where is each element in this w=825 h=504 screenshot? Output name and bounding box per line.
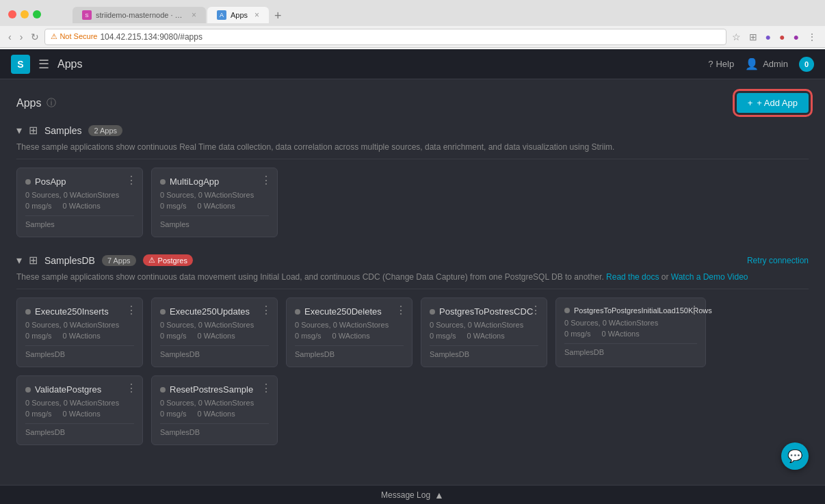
status-dot-resetpostgres — [160, 387, 166, 393]
section-icon-samplesdb: ⊞ — [29, 254, 38, 267]
section-icon-samples: ⊞ — [29, 124, 38, 137]
more-button[interactable]: ● — [791, 30, 802, 44]
app-card-postgresinitialload[interactable]: ⋮ PostgresToPostgresInitialLoad150KRows … — [555, 297, 706, 367]
admin-button[interactable]: 👤 Admin — [745, 57, 788, 70]
menu-button[interactable]: ● — [776, 30, 787, 44]
card-menu-execute250inserts[interactable]: ⋮ — [126, 304, 137, 317]
info-icon[interactable]: ⓘ — [47, 97, 56, 109]
status-dot-validatepostgres — [25, 387, 31, 393]
card-menu-postgrescdc[interactable]: ⋮ — [530, 304, 541, 317]
card-msgs-posapp: 0 msg/s — [25, 202, 52, 210]
app-card-postgestpostrescdc[interactable]: ⋮ PostgresToPostresCDC 0 Sources, 0 WAct… — [421, 297, 547, 367]
message-log-chevron: ▲ — [434, 490, 444, 501]
card-menu-multilogapp[interactable]: ⋮ — [261, 174, 272, 187]
profile-button[interactable]: ● — [763, 30, 774, 44]
address-url: 104.42.215.134:9080/#apps — [100, 32, 202, 42]
help-button[interactable]: ? Help — [708, 59, 734, 69]
extensions-button[interactable]: ⊞ — [746, 30, 760, 44]
admin-icon: 👤 — [745, 57, 759, 70]
card-menu-execute250deletes[interactable]: ⋮ — [395, 304, 406, 317]
status-dot-execute250inserts — [25, 309, 31, 315]
status-dot-execute250deletes — [295, 309, 300, 315]
new-tab-button[interactable]: + — [270, 9, 286, 23]
status-dot-posapp — [25, 179, 31, 185]
topnav-right: ? Help 👤 Admin 0 — [708, 57, 814, 72]
section-badge-samplesdb: 7 Apps — [102, 255, 136, 266]
section-title-samplesdb: SamplesDB — [44, 255, 95, 266]
app-logo[interactable]: S — [11, 55, 30, 74]
tab-favicon-striim: S — [82, 10, 92, 20]
apps-grid-samplesdb-row2: ⋮ ValidatePostgres 0 Sources, 0 WActionS… — [16, 375, 809, 445]
app-card-validatepostgres[interactable]: ⋮ ValidatePostgres 0 Sources, 0 WActionS… — [16, 375, 143, 445]
tab-label-apps: Apps — [231, 11, 248, 19]
reload-button[interactable]: ↻ — [28, 30, 42, 44]
demo-video-link[interactable]: Watch a Demo Video — [671, 272, 748, 282]
warning-icon-postgres: ⚠ — [148, 256, 155, 265]
card-wactions-multilogapp: 0 WActions — [198, 202, 235, 210]
card-msgs-multilogapp: 0 msg/s — [160, 202, 187, 210]
tab-close-apps[interactable]: × — [254, 10, 259, 20]
tab-label-striim: striidemo-masternode · Mi... — [96, 11, 185, 19]
settings-extra[interactable]: ⋮ — [804, 30, 820, 44]
section-desc-samples: These sample applications show continuou… — [16, 142, 809, 159]
card-menu-validatepostgres[interactable]: ⋮ — [126, 382, 137, 395]
app-card-execute250deletes[interactable]: ⋮ Execute250Deletes 0 Sources, 0 WAction… — [286, 297, 413, 367]
read-docs-link[interactable]: Read the docs — [606, 272, 659, 282]
app-card-resetpostgres[interactable]: ⋮ ResetPostresSample 0 Sources, 0 WActio… — [151, 375, 278, 445]
forward-button[interactable]: › — [17, 30, 26, 44]
bookmark-star[interactable]: ☆ — [729, 30, 744, 44]
retry-connection-link[interactable]: Retry connection — [747, 256, 809, 265]
card-sources-multilogapp: 0 Sources, 0 WActionStores — [160, 191, 269, 199]
app-card-execute250inserts[interactable]: ⋮ Execute250Inserts 0 Sources, 0 WAction… — [16, 297, 143, 367]
card-menu-resetpostgres[interactable]: ⋮ — [261, 382, 272, 395]
section-toggle-samples[interactable]: ▾ — [16, 124, 22, 137]
message-log-label: Message Log — [381, 490, 430, 500]
app-card-execute250updates[interactable]: ⋮ Execute250Updates 0 Sources, 0 WAction… — [151, 297, 278, 367]
card-wactions-posapp: 0 WActions — [63, 202, 101, 210]
status-dot-postgrescdc — [430, 309, 435, 315]
card-tag-posapp: Samples — [25, 220, 134, 228]
tab-striim[interactable]: S striidemo-masternode · Mi... × — [73, 7, 206, 23]
app-card-multilogapp[interactable]: ⋮ MultiLogApp 0 Sources, 0 WActionStores… — [151, 168, 278, 237]
section-desc-samplesdb: These sample applications show continuou… — [16, 272, 809, 289]
page-header: Apps ⓘ + + Add App — [16, 93, 809, 113]
back-button[interactable]: ‹ — [5, 30, 14, 44]
status-dot-multilogapp — [160, 179, 166, 185]
section-samplesdb: ▾ ⊞ SamplesDB 7 Apps ⚠ Postgres Retry co… — [16, 254, 809, 445]
status-dot-execute250updates — [160, 309, 166, 315]
card-menu-postgresinitialload[interactable]: ⋮ — [689, 304, 700, 317]
section-badge-postgres: ⚠ Postgres — [143, 254, 193, 266]
tab-close-striim[interactable]: × — [192, 10, 196, 20]
traffic-yellow[interactable] — [21, 10, 29, 18]
top-navigation: S ☰ Apps ? Help 👤 Admin 0 — [0, 49, 825, 79]
traffic-green[interactable] — [33, 10, 41, 18]
card-sources-posapp: 0 Sources, 0 WActionStores — [25, 191, 134, 199]
address-bar[interactable]: ⚠ Not Secure 104.42.215.134:9080/#apps — [44, 29, 726, 45]
add-icon: + — [748, 98, 753, 108]
main-content: Apps ⓘ + + Add App ▾ ⊞ Samples 2 Apps Th… — [0, 79, 825, 485]
page-title: Apps — [16, 97, 41, 109]
chat-button[interactable]: 💬 — [781, 442, 809, 470]
tab-apps[interactable]: A Apps × — [207, 7, 269, 23]
help-icon: ? — [708, 59, 713, 69]
traffic-red[interactable] — [8, 10, 16, 18]
apps-grid-samplesdb: ⋮ Execute250Inserts 0 Sources, 0 WAction… — [16, 297, 809, 367]
card-sources-execute250inserts: 0 Sources, 0 WActionStores — [25, 321, 134, 329]
add-app-button[interactable]: + + Add App — [737, 93, 809, 113]
card-tag-multilogapp: Samples — [160, 220, 269, 228]
hamburger-menu[interactable]: ☰ — [38, 57, 49, 72]
section-toggle-samplesdb[interactable]: ▾ — [16, 254, 22, 267]
security-warning: ⚠ Not Secure — [51, 32, 97, 41]
tab-favicon-apps: A — [217, 10, 226, 20]
topnav-title: Apps — [57, 58, 82, 70]
section-badge-samples: 2 Apps — [88, 125, 122, 136]
apps-grid-samples: ⋮ PosApp 0 Sources, 0 WActionStores 0 ms… — [16, 168, 809, 237]
card-menu-execute250updates[interactable]: ⋮ — [261, 304, 272, 317]
section-samples: ▾ ⊞ Samples 2 Apps These sample applicat… — [16, 124, 809, 237]
chat-icon: 💬 — [787, 449, 802, 464]
card-menu-posapp[interactable]: ⋮ — [126, 174, 137, 187]
app-card-posapp[interactable]: ⋮ PosApp 0 Sources, 0 WActionStores 0 ms… — [16, 168, 143, 237]
message-log-bar[interactable]: Message Log ▲ — [0, 485, 825, 504]
notification-badge[interactable]: 0 — [799, 57, 814, 72]
status-dot-postgresinitialload — [564, 308, 570, 313]
